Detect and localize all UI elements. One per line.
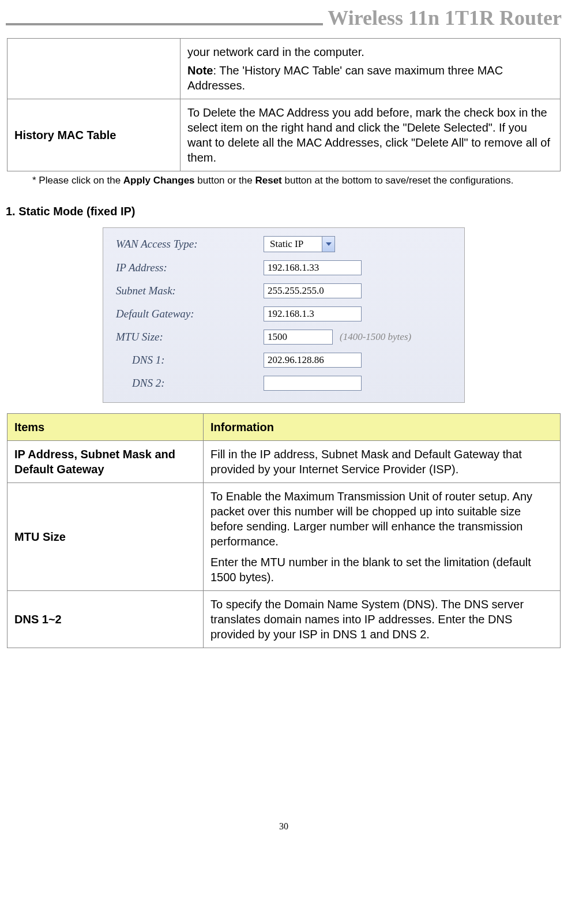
wan-access-type-select[interactable]: Static IP [264, 236, 335, 252]
header-divider [6, 23, 323, 25]
footnote-text: button at the bottom to save/reset the c… [282, 175, 514, 186]
note-text: : The 'History MAC Table' can save maxim… [187, 64, 503, 92]
row-text: Fill in the IP address, Subnet Mask and … [204, 441, 561, 483]
wan-access-type-label: WAN Access Type: [116, 238, 264, 250]
footnote-text: button or the [195, 175, 255, 186]
chevron-down-icon[interactable] [322, 237, 334, 252]
subnet-mask-input[interactable] [264, 283, 362, 298]
ip-address-label: IP Address: [116, 261, 264, 274]
ip-address-input[interactable] [264, 260, 362, 275]
row-text: your network card in the computer. [187, 44, 553, 59]
default-gateway-input[interactable] [264, 306, 362, 321]
dns1-label: DNS 1: [116, 354, 264, 366]
footnote-text: * Please click on the [32, 175, 123, 186]
row-note: Note: The 'History MAC Table' can save m… [187, 63, 553, 93]
subnet-mask-label: Subnet Mask: [116, 285, 264, 297]
header-title: Wireless 11n 1T1R Router [328, 6, 562, 30]
section-heading: 1. Static Mode (fixed IP) [6, 205, 562, 218]
mtu-size-input[interactable] [264, 330, 333, 345]
mtu-size-label: MTU Size: [116, 331, 264, 343]
column-header-items: Items [7, 414, 204, 441]
footnote-bold: Apply Changes [123, 175, 195, 186]
paragraph: Enter the MTU number in the blank to set… [210, 555, 553, 585]
history-mac-table: your network card in the computer. Note:… [7, 38, 561, 171]
default-gateway-label: Default Gateway: [116, 308, 264, 320]
apply-changes-note: * Please click on the Apply Changes butt… [32, 175, 562, 186]
page-header: Wireless 11n 1T1R Router [6, 6, 562, 30]
column-header-information: Information [204, 414, 561, 441]
note-label: Note [187, 64, 213, 77]
static-mode-form: WAN Access Type: Static IP IP Address: S… [103, 227, 465, 403]
mtu-hint: (1400-1500 bytes) [340, 331, 411, 343]
paragraph: To Enable the Maximum Transmission Unit … [210, 489, 553, 549]
row-text: To Enable the Maximum Transmission Unit … [204, 483, 561, 591]
row-label: History MAC Table [7, 99, 181, 171]
static-mode-table: Items Information IP Address, Subnet Mas… [7, 413, 561, 648]
dns2-input[interactable] [264, 376, 362, 391]
select-value: Static IP [264, 238, 322, 250]
row-text: To specify the Domain Name System (DNS).… [204, 591, 561, 648]
row-label: DNS 1~2 [7, 591, 204, 648]
footnote-bold: Reset [255, 175, 281, 186]
row-label: MTU Size [7, 483, 204, 591]
dns1-input[interactable] [264, 353, 362, 368]
dns2-label: DNS 2: [116, 377, 264, 390]
row-label [7, 39, 181, 99]
row-text: To Delete the MAC Address you add before… [181, 99, 561, 171]
page-number: 30 [6, 821, 562, 832]
row-label: IP Address, Subnet Mask and Default Gate… [7, 441, 204, 483]
